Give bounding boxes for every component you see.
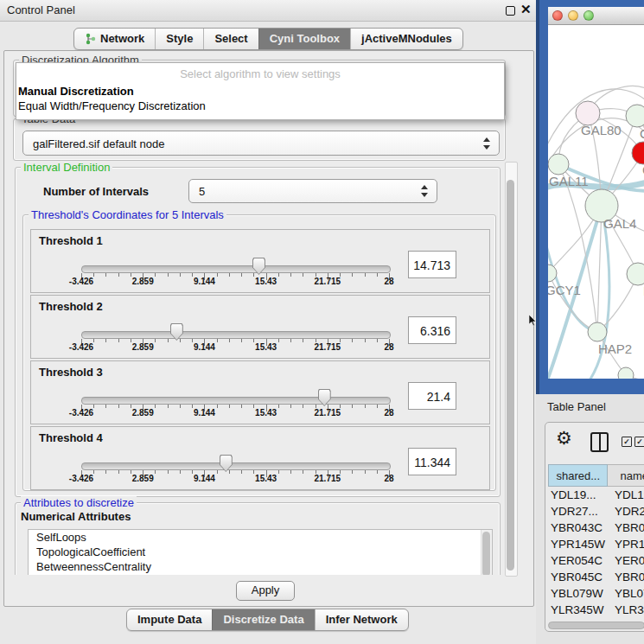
settings-scrollbar[interactable] bbox=[505, 162, 518, 577]
scrollbar-thumb[interactable] bbox=[507, 180, 514, 571]
tick-mark bbox=[365, 405, 366, 408]
zoom-traffic-light-icon[interactable] bbox=[583, 10, 594, 21]
tab-network[interactable]: Network bbox=[74, 29, 155, 49]
settings-viewport: Interval Definition Number of Intervals … bbox=[13, 162, 506, 575]
close-icon[interactable]: ✕ bbox=[520, 2, 532, 17]
thresholds-group: Threshold's Coordinates for 5 Intervals … bbox=[22, 214, 496, 491]
threshold-value-field[interactable]: 6.316 bbox=[408, 316, 456, 344]
tick-mark bbox=[93, 273, 94, 277]
tick-mark bbox=[118, 405, 119, 408]
close-traffic-light-icon[interactable] bbox=[552, 10, 563, 21]
tick-label: 2.859 bbox=[132, 342, 154, 352]
slider-track[interactable] bbox=[81, 462, 391, 470]
scrollbar-thumb[interactable] bbox=[548, 622, 644, 629]
tick-mark bbox=[365, 470, 366, 474]
numerical-attributes-list[interactable]: SelfLoopsTopologicalCoefficientBetweenne… bbox=[28, 529, 493, 575]
tick-mark bbox=[290, 339, 291, 342]
slider-track[interactable] bbox=[81, 397, 391, 405]
table-row[interactable]: YLR345WYLR345W bbox=[548, 602, 644, 618]
slider-track[interactable] bbox=[81, 265, 391, 273]
table-hscrollbar[interactable] bbox=[548, 622, 644, 629]
threshold-label: Threshold 2 bbox=[39, 300, 103, 313]
tick-mark bbox=[377, 470, 378, 474]
combobox-stepper-icon bbox=[483, 137, 491, 150]
scrollbar-thumb[interactable] bbox=[482, 532, 490, 575]
algorithm-option[interactable]: Manual Discretization bbox=[18, 84, 501, 99]
tick-mark bbox=[278, 405, 279, 408]
attributes-scrollbar[interactable] bbox=[481, 530, 492, 575]
network-canvas[interactable]: GAL80GACGAL11GAL4GCY1HHAP2 bbox=[548, 24, 644, 379]
tick-label: 2.859 bbox=[132, 277, 154, 286]
tick-mark bbox=[278, 273, 279, 277]
slider-track[interactable] bbox=[81, 331, 391, 339]
attribute-list-item[interactable]: TopologicalCoefficient bbox=[29, 545, 492, 559]
tab-select[interactable]: Select bbox=[203, 29, 258, 49]
network-node[interactable] bbox=[576, 101, 600, 125]
threshold-value-field[interactable]: 14.713 bbox=[408, 251, 456, 278]
tab-label: Select bbox=[214, 29, 247, 49]
table-row[interactable]: YDR27...YDR27 bbox=[548, 503, 644, 520]
table-header-row: shared...name bbox=[548, 464, 644, 487]
table-row[interactable]: YBR045CYBR045C bbox=[548, 569, 644, 585]
table-column-header[interactable]: shared... bbox=[548, 464, 608, 487]
table-data-combobox[interactable]: galFiltered.sif default node bbox=[22, 131, 500, 156]
num-intervals-value: 5 bbox=[199, 185, 205, 198]
tick-mark bbox=[217, 339, 218, 342]
gear-icon[interactable]: ⚙ bbox=[556, 428, 572, 449]
table-cell: YDR27 bbox=[615, 503, 644, 520]
control-panel: Control Panel ✕ NetworkStyleSelectCyni T… bbox=[0, 0, 536, 644]
tick-mark bbox=[168, 470, 169, 474]
tick-label: 28 bbox=[384, 408, 393, 418]
apply-button[interactable]: Apply bbox=[236, 581, 295, 601]
table-column-header[interactable]: name bbox=[608, 464, 644, 487]
tick-mark bbox=[93, 470, 94, 474]
threshold-value-field[interactable]: 11.344 bbox=[408, 448, 456, 475]
checkbox-icon[interactable]: ✓ bbox=[634, 437, 644, 447]
table-row[interactable]: YDL19...YDL19 bbox=[548, 487, 644, 503]
minimize-traffic-light-icon[interactable] bbox=[568, 10, 578, 21]
table-row[interactable]: YER054CYER054C bbox=[548, 552, 644, 569]
tab-discretize-data[interactable]: Discretize Data bbox=[212, 609, 314, 630]
tab-jactivemnodules[interactable]: jActiveMNodules bbox=[350, 29, 462, 49]
network-window: GAL80GACGAL11GAL4GCY1HHAP2 bbox=[548, 7, 644, 379]
algorithm-option[interactable]: Equal Width/Frequency Discretization bbox=[18, 99, 501, 113]
columns-icon[interactable] bbox=[590, 432, 609, 452]
network-node[interactable] bbox=[588, 322, 607, 341]
tick-label: 2.859 bbox=[132, 474, 154, 483]
tick-mark bbox=[290, 470, 291, 474]
tick-label: 15.43 bbox=[255, 342, 277, 352]
network-node[interactable] bbox=[626, 105, 644, 127]
right-pane: GAL80GACGAL11GAL4GCY1HHAP2 Table Panel ⚙… bbox=[536, 0, 644, 644]
table-cell: YBL079W bbox=[615, 585, 644, 602]
tick-mark bbox=[278, 339, 279, 342]
checkbox-icon[interactable]: ✓ bbox=[622, 437, 632, 447]
tab-cyni-toolbox[interactable]: Cyni Toolbox bbox=[258, 29, 350, 49]
threshold-label: Threshold 3 bbox=[39, 366, 103, 379]
table-row[interactable]: YBL079WYBL079W bbox=[548, 585, 644, 602]
table-cell: YBR045C bbox=[548, 569, 615, 585]
tab-style[interactable]: Style bbox=[155, 29, 203, 49]
tick-label: 15.43 bbox=[255, 277, 277, 286]
tick-mark bbox=[303, 405, 303, 408]
network-node[interactable] bbox=[618, 367, 634, 379]
attribute-list-item[interactable]: BetweennessCentrality bbox=[29, 559, 492, 574]
tab-impute-data[interactable]: Impute Data bbox=[127, 609, 212, 630]
tick-mark bbox=[352, 405, 353, 408]
network-edge bbox=[597, 206, 602, 332]
table-row[interactable]: YPR145WYPR145W bbox=[548, 536, 644, 552]
network-node[interactable] bbox=[632, 142, 644, 164]
float-icon[interactable] bbox=[506, 6, 515, 16]
network-node[interactable] bbox=[548, 154, 569, 175]
tick-mark bbox=[105, 273, 106, 277]
table-row[interactable]: YBR043CYBR043C bbox=[548, 520, 644, 536]
tick-label: 21.715 bbox=[315, 408, 341, 418]
attribute-list-item[interactable]: SelfLoops bbox=[29, 530, 492, 545]
tick-mark bbox=[217, 273, 218, 277]
num-intervals-combobox[interactable]: 5 bbox=[188, 179, 437, 203]
network-node[interactable] bbox=[627, 263, 644, 285]
tick-mark bbox=[217, 470, 218, 474]
tab-infer-network[interactable]: Infer Network bbox=[315, 609, 408, 630]
tick-mark bbox=[105, 470, 106, 474]
threshold-value-field[interactable]: 21.4 bbox=[408, 382, 456, 410]
tick-label: 21.715 bbox=[315, 474, 341, 483]
